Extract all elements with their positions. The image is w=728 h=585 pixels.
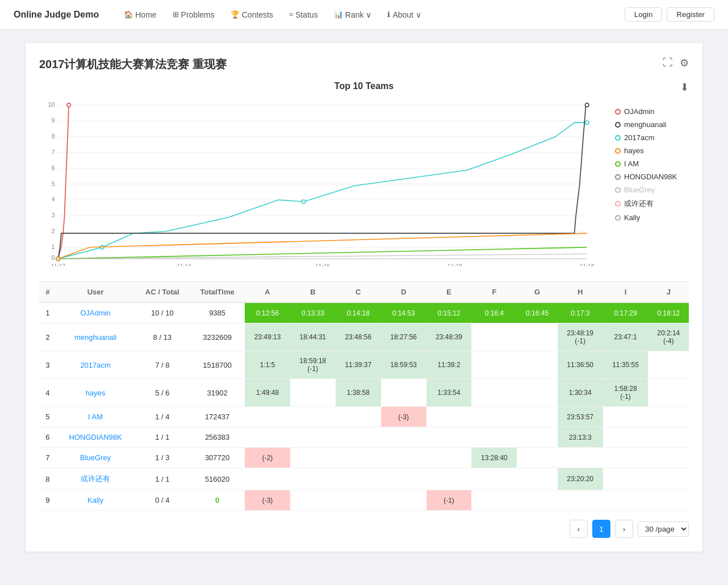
legend-label-huoxu: 或许还有 bbox=[624, 199, 654, 209]
svg-text:11-18: 11-18 bbox=[447, 262, 462, 266]
cell-problem-C bbox=[336, 407, 381, 427]
next-page-button[interactable]: › bbox=[615, 520, 633, 538]
register-button[interactable]: Register bbox=[667, 7, 714, 22]
nav-contests[interactable]: 🏆 Contests bbox=[224, 7, 280, 23]
legend-iam[interactable]: I AM bbox=[615, 159, 689, 168]
nav-actions: Login Register bbox=[625, 7, 714, 22]
cell-rank: 8 bbox=[39, 468, 56, 490]
cell-user[interactable]: menghuanali bbox=[56, 323, 135, 351]
site-brand: Online Judge Demo bbox=[14, 10, 99, 20]
cell-problem-F bbox=[471, 490, 517, 511]
legend-huoxu[interactable]: 或许还有 bbox=[615, 199, 689, 209]
col-f: F bbox=[471, 282, 517, 303]
download-icon[interactable]: ⬇ bbox=[680, 81, 689, 94]
cell-total-time: 3232609 bbox=[190, 323, 245, 351]
col-rank: # bbox=[39, 282, 56, 303]
cell-problem-J bbox=[648, 490, 689, 511]
cell-problem-B bbox=[290, 379, 336, 407]
cell-problem-H: 0:17:3 bbox=[558, 302, 603, 323]
cell-user[interactable]: 2017acm bbox=[56, 351, 135, 379]
legend-label-menghuanali: menghuanali bbox=[624, 120, 666, 129]
cell-problem-E: 1:33:54 bbox=[426, 379, 472, 407]
cell-problem-C: 1:38:58 bbox=[336, 379, 381, 407]
svg-text:2: 2 bbox=[52, 228, 55, 234]
cell-problem-D: 0:14:53 bbox=[381, 302, 426, 323]
cell-problem-E: (-1) bbox=[426, 490, 472, 511]
cell-user[interactable]: I AM bbox=[56, 407, 135, 427]
cell-problem-I: 1:58:28 (-1) bbox=[603, 379, 648, 407]
legend-hayes[interactable]: hayes bbox=[615, 146, 689, 155]
nav-home-label: Home bbox=[135, 10, 156, 19]
current-page-button[interactable]: 1 bbox=[592, 520, 610, 538]
nav-home[interactable]: 🏠 Home bbox=[117, 7, 163, 23]
legend-kally[interactable]: Kally bbox=[615, 213, 689, 222]
cell-ac-total: 5 / 6 bbox=[135, 379, 190, 407]
chart-area: 10 9 8 7 6 5 4 3 2 1 0 bbox=[39, 96, 606, 268]
cell-problem-D: 18:27:56 bbox=[381, 323, 426, 351]
nav-problems[interactable]: ⊞ Problems bbox=[166, 7, 221, 23]
cell-problem-F bbox=[471, 323, 517, 351]
legend-ojadmin[interactable]: OJAdmin bbox=[615, 107, 689, 116]
status-icon: ≈ bbox=[289, 10, 293, 19]
cell-problem-J: 0:18:12 bbox=[648, 302, 689, 323]
cell-user[interactable]: Kally bbox=[56, 490, 135, 511]
cell-problem-E: 11:39:2 bbox=[426, 351, 472, 379]
legend-dot-menghuanali bbox=[615, 122, 621, 128]
cell-problem-H: 23:20:20 bbox=[558, 468, 603, 490]
svg-text:6: 6 bbox=[52, 165, 55, 171]
table-row: 7BlueGrey1 / 3307720(-2)13:28:40 bbox=[39, 448, 689, 468]
rank-table: # User AC / Total TotalTime A B C D E F … bbox=[39, 281, 689, 511]
cell-rank: 2 bbox=[39, 323, 56, 351]
cell-problem-I: 23:47:1 bbox=[603, 323, 648, 351]
chart-svg: 10 9 8 7 6 5 4 3 2 1 0 bbox=[39, 96, 606, 266]
cell-problem-H: 23:53:57 bbox=[558, 407, 603, 427]
cell-problem-G bbox=[517, 448, 557, 468]
col-b: B bbox=[290, 282, 336, 303]
cell-problem-B bbox=[290, 448, 336, 468]
cell-problem-F: 13:28:40 bbox=[471, 448, 517, 468]
col-g: G bbox=[517, 282, 557, 303]
cell-problem-G bbox=[517, 351, 557, 379]
cell-ac-total: 7 / 8 bbox=[135, 351, 190, 379]
legend-hongdian[interactable]: HONGDIAN98K bbox=[615, 172, 689, 181]
cell-problem-B: 18:44:31 bbox=[290, 323, 336, 351]
cell-problem-C bbox=[336, 468, 381, 490]
cell-problem-B: 18:59:18 (-1) bbox=[290, 351, 336, 379]
nav-about[interactable]: ℹ About ∨ bbox=[380, 7, 428, 23]
cell-problem-C: 0:14:18 bbox=[336, 302, 381, 323]
rank-icon: 📊 bbox=[334, 10, 343, 19]
cell-rank: 1 bbox=[39, 302, 56, 323]
cell-user[interactable]: HONGDIAN98K bbox=[56, 427, 135, 448]
prev-page-button[interactable]: ‹ bbox=[570, 520, 588, 538]
cell-user[interactable]: 或许还有 bbox=[56, 468, 135, 490]
cell-problem-A bbox=[245, 427, 290, 448]
nav-rank[interactable]: 📊 Rank ∨ bbox=[327, 7, 379, 23]
legend-dot-iam bbox=[615, 161, 621, 167]
per-page-select[interactable]: 30 /page bbox=[638, 521, 689, 537]
legend-label-iam: I AM bbox=[624, 159, 639, 168]
table-row: 8或许还有1 / 151602023:20:20 bbox=[39, 468, 689, 490]
cell-problem-J bbox=[648, 407, 689, 427]
chart-container: 10 9 8 7 6 5 4 3 2 1 0 bbox=[39, 96, 689, 268]
col-j: J bbox=[648, 282, 689, 303]
svg-text:3: 3 bbox=[52, 212, 55, 218]
legend-menghuanali[interactable]: menghuanali bbox=[615, 120, 689, 129]
legend-bluegrey[interactable]: BlueGrey bbox=[615, 186, 689, 194]
col-e: E bbox=[426, 282, 472, 303]
legend-label-hayes: hayes bbox=[624, 146, 644, 155]
cell-problem-D bbox=[381, 379, 426, 407]
svg-text:7: 7 bbox=[52, 149, 55, 155]
cell-user[interactable]: hayes bbox=[56, 379, 135, 407]
svg-text:9: 9 bbox=[52, 117, 55, 124]
svg-text:10: 10 bbox=[48, 101, 55, 108]
contests-icon: 🏆 bbox=[231, 10, 240, 19]
cell-user[interactable]: BlueGrey bbox=[56, 448, 135, 468]
svg-text:4: 4 bbox=[52, 196, 55, 203]
legend-2017acm[interactable]: 2017acm bbox=[615, 133, 689, 142]
settings-icon[interactable]: ⚙ bbox=[680, 57, 689, 69]
login-button[interactable]: Login bbox=[625, 7, 663, 22]
nav-status[interactable]: ≈ Status bbox=[282, 7, 325, 23]
fullscreen-icon[interactable]: ⛶ bbox=[663, 57, 673, 69]
cell-user[interactable]: OJAdmin bbox=[56, 302, 135, 323]
cell-problem-C bbox=[336, 490, 381, 511]
